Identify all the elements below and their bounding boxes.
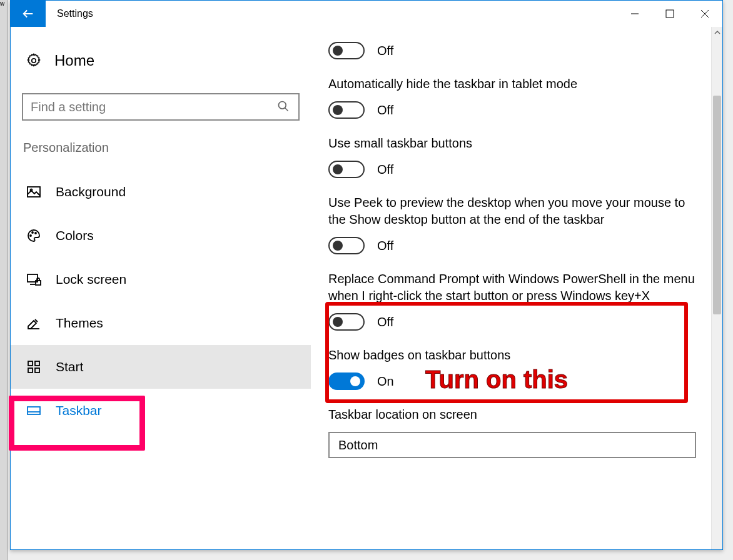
monitor-lock-icon	[26, 271, 42, 288]
themes-icon	[26, 315, 42, 331]
taskbar-icon	[26, 402, 42, 419]
nav-label: Lock screen	[56, 272, 126, 287]
nav-label: Colors	[56, 228, 94, 243]
toggle-badges[interactable]	[328, 372, 365, 390]
setting-taskbar-location: Taskbar location on screen Bottom	[328, 406, 696, 458]
settings-window: Settings Home	[10, 0, 723, 550]
sidebar: Home Personalization Background	[11, 27, 311, 549]
palette-icon	[26, 228, 42, 244]
svg-point-6	[32, 232, 33, 233]
svg-rect-0	[666, 10, 674, 18]
scroll-up-arrow[interactable]	[712, 27, 722, 38]
toggle-state: Off	[377, 315, 393, 329]
toggle-state: Off	[377, 239, 393, 253]
nav-label: Themes	[56, 316, 103, 331]
svg-rect-12	[28, 368, 33, 372]
section-heading: Personalization	[22, 141, 300, 155]
toggle-small-buttons[interactable]	[328, 161, 365, 178]
svg-point-5	[30, 235, 31, 236]
nav-lock-screen[interactable]: Lock screen	[11, 258, 311, 301]
scrollbar-thumb[interactable]	[713, 96, 721, 314]
svg-rect-10	[28, 361, 33, 366]
setting-peek: Use Peek to preview the desktop when you…	[328, 194, 696, 254]
dropdown-value: Bottom	[338, 438, 378, 452]
svg-rect-13	[35, 368, 39, 372]
chevron-up-icon	[714, 29, 720, 36]
taskbar-location-dropdown[interactable]: Bottom	[328, 432, 696, 458]
setting-badges: Show badges on taskbar buttons On	[328, 347, 696, 390]
main-panel: Off Automatically hide the taskbar in ta…	[311, 27, 722, 549]
toggle-powershell[interactable]	[328, 313, 365, 331]
picture-icon	[26, 184, 42, 200]
setting-label: Replace Command Prompt with Windows Powe…	[328, 271, 696, 304]
titlebar: Settings	[11, 1, 722, 27]
back-button[interactable]	[11, 1, 46, 27]
toggle-state: Off	[377, 162, 393, 177]
search-box[interactable]	[22, 93, 300, 121]
nav-label: Background	[56, 184, 126, 199]
toggle-state: Off	[377, 44, 393, 58]
toggle-state: On	[377, 374, 394, 389]
svg-rect-14	[28, 407, 40, 414]
toggle-hide-tablet[interactable]	[328, 101, 365, 119]
background-edge: w	[0, 0, 8, 560]
search-icon	[277, 100, 291, 114]
nav-background[interactable]: Background	[11, 170, 311, 214]
home-button[interactable]: Home	[22, 46, 300, 76]
svg-point-7	[35, 232, 36, 234]
minimize-button[interactable]	[617, 1, 652, 27]
svg-point-2	[279, 102, 286, 109]
svg-rect-11	[35, 361, 39, 366]
close-icon	[700, 9, 709, 18]
minimize-icon	[630, 9, 639, 18]
toggle-state: Off	[377, 103, 393, 118]
search-input[interactable]	[31, 100, 277, 114]
setting-label: Automatically hide the taskbar in tablet…	[328, 76, 696, 92]
start-tiles-icon	[26, 359, 42, 375]
toggle-0[interactable]	[328, 42, 365, 59]
setting-powershell: Replace Command Prompt with Windows Powe…	[328, 271, 696, 331]
maximize-button[interactable]	[652, 1, 687, 27]
setting-lock-taskbar-partial: Off	[328, 42, 696, 59]
nav-start[interactable]: Start	[11, 345, 311, 389]
setting-label: Use Peek to preview the desktop when you…	[328, 194, 696, 228]
svg-rect-9	[36, 281, 41, 285]
nav-label: Taskbar	[56, 403, 102, 418]
close-button[interactable]	[687, 1, 722, 27]
setting-label: Show badges on taskbar buttons	[328, 347, 696, 364]
svg-point-1	[32, 59, 36, 63]
setting-small-buttons: Use small taskbar buttons Off	[328, 135, 696, 178]
scrollbar[interactable]	[711, 27, 722, 549]
window-title: Settings	[46, 1, 617, 27]
home-label: Home	[54, 52, 94, 69]
nav-colors[interactable]: Colors	[11, 214, 311, 258]
maximize-icon	[665, 9, 674, 18]
toggle-peek[interactable]	[328, 237, 365, 254]
nav-taskbar[interactable]: Taskbar	[11, 389, 311, 432]
arrow-left-icon	[21, 7, 35, 21]
nav-list: Background Colors Lock screen	[22, 170, 300, 432]
nav-themes[interactable]: Themes	[11, 301, 311, 345]
nav-label: Start	[56, 359, 83, 374]
setting-label: Taskbar location on screen	[328, 406, 696, 423]
setting-hide-tablet: Automatically hide the taskbar in tablet…	[328, 76, 696, 119]
setting-label: Use small taskbar buttons	[328, 135, 696, 152]
gear-icon	[26, 52, 42, 69]
